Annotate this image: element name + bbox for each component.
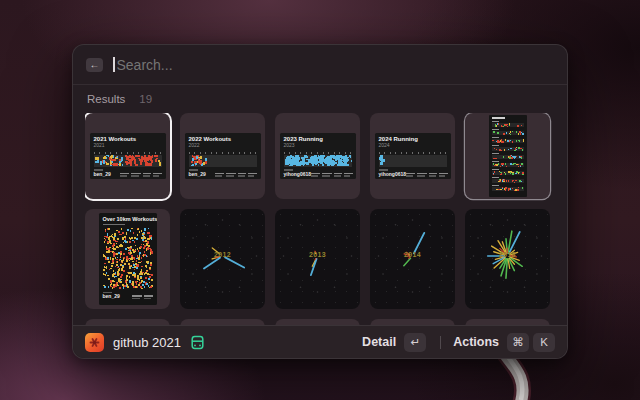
heatmap-dot bbox=[119, 287, 121, 288]
heatmap-dot bbox=[113, 262, 114, 264]
heatmap-dot bbox=[104, 263, 106, 264]
heatmap-dot bbox=[120, 253, 122, 255]
result-card-2018[interactable]: 2018 bbox=[465, 209, 550, 309]
heatmap-dot bbox=[134, 237, 136, 240]
heatmap-dot bbox=[141, 281, 142, 283]
actions-label[interactable]: Actions bbox=[453, 335, 499, 349]
heatmap-dot bbox=[145, 277, 147, 279]
results-grid: 2021 Workouts 2021 ben_29 2022 Workouts … bbox=[85, 113, 555, 326]
heatmap-dot bbox=[296, 155, 298, 157]
heatmap-dot bbox=[145, 240, 147, 242]
heatmap-dot bbox=[131, 255, 132, 257]
heatmap-dot bbox=[145, 237, 147, 238]
heatmap-dot bbox=[517, 125, 519, 127]
results-row-1: 2021 Workouts 2021 ben_29 2022 Workouts … bbox=[85, 113, 550, 199]
heatmap-dot bbox=[125, 161, 127, 162]
heatmap-dot bbox=[132, 155, 134, 157]
heatmap-dot bbox=[113, 159, 115, 161]
result-card-2022-workouts[interactable]: 2022 Workouts 2022 ben_29 bbox=[180, 113, 265, 199]
heatmap-dot bbox=[103, 254, 104, 255]
heatmap-dot bbox=[149, 276, 151, 278]
enter-key-badge: ↵ bbox=[404, 333, 426, 352]
heatmap-dot bbox=[141, 266, 142, 267]
thumb-heatmap bbox=[284, 155, 352, 167]
heatmap-dot bbox=[129, 248, 131, 250]
heatmap-dot bbox=[496, 164, 497, 166]
radial-year-chart: 2014 bbox=[370, 209, 455, 309]
heatmap-dot bbox=[502, 180, 504, 182]
heatmap-dot bbox=[130, 230, 131, 232]
heatmap-dot bbox=[111, 265, 113, 267]
heatmap-dot bbox=[111, 164, 113, 166]
result-card-2013[interactable]: 2013 bbox=[275, 209, 360, 309]
thumb-subtitle: 2022 bbox=[189, 143, 257, 148]
heatmap-dot bbox=[133, 251, 135, 253]
heatmap-dot bbox=[192, 164, 194, 166]
heatmap-dot bbox=[516, 131, 517, 133]
heatmap-dot bbox=[510, 134, 511, 135]
heatmap-dot bbox=[148, 228, 150, 229]
search-input[interactable] bbox=[117, 57, 555, 73]
heatmap-dot bbox=[107, 275, 109, 276]
heatmap-dot bbox=[321, 155, 323, 158]
heatmap-dot bbox=[116, 259, 118, 260]
heatmap-dot bbox=[501, 150, 502, 151]
heatmap-dot bbox=[124, 285, 126, 287]
heatmap-dot bbox=[497, 123, 498, 125]
thumb-month-axis bbox=[189, 152, 257, 154]
heatmap-dot bbox=[126, 282, 128, 284]
heatmap-dot bbox=[198, 160, 200, 163]
heatmap-dot bbox=[127, 258, 129, 260]
heatmap-dot bbox=[118, 280, 120, 282]
detail-label[interactable]: Detail bbox=[362, 335, 396, 349]
heatmap-dot bbox=[297, 159, 298, 162]
heatmap-dot bbox=[508, 149, 509, 150]
result-card-2014[interactable]: 2014 bbox=[370, 209, 455, 309]
heatmap-dot bbox=[151, 160, 152, 162]
heatmap-dot bbox=[116, 246, 118, 248]
heatmap-dot bbox=[119, 234, 121, 235]
heatmap-dot bbox=[500, 166, 501, 167]
heatmap-dot bbox=[205, 161, 207, 164]
thumb-stats bbox=[406, 173, 448, 177]
heatmap-dot bbox=[520, 165, 521, 167]
heatmap-dot bbox=[347, 164, 349, 166]
heatmap-dot bbox=[110, 268, 112, 269]
heatmap-dot bbox=[103, 160, 105, 162]
heatmap-dot bbox=[116, 243, 117, 245]
heatmap-dot bbox=[123, 270, 125, 271]
thumb-footer: ben_29 bbox=[189, 169, 257, 177]
result-card-over-10km-workouts[interactable]: Over 10km Workouts ben_29 bbox=[85, 209, 170, 309]
heatmap-dot bbox=[514, 163, 516, 164]
result-card-2012[interactable]: 2012 bbox=[180, 209, 265, 309]
back-button[interactable]: ← bbox=[86, 58, 103, 72]
result-card-2023-running[interactable]: 2023 Running 2023 yihong0618 bbox=[275, 113, 360, 199]
heatmap-dot bbox=[108, 248, 110, 249]
heatmap-dot bbox=[519, 180, 521, 182]
heatmap-dot bbox=[132, 283, 134, 285]
selected-item-title: github 2021 bbox=[113, 335, 181, 350]
heatmap-dot bbox=[338, 161, 341, 164]
heatmap-dot bbox=[144, 273, 146, 275]
heatmap-dot bbox=[505, 173, 506, 174]
heatmap-dot bbox=[117, 285, 118, 286]
heatmap-dot bbox=[120, 244, 122, 246]
heatmap-dot bbox=[141, 288, 143, 290]
heatmap-dot bbox=[113, 243, 115, 245]
actions-key-badges: ⌘ K bbox=[507, 333, 555, 352]
result-card-2021-workouts[interactable]: 2021 Workouts 2021 ben_29 bbox=[85, 113, 170, 199]
heatmap-dot bbox=[107, 233, 108, 235]
heatmap-dot bbox=[380, 162, 382, 165]
cmd-key-badge: ⌘ bbox=[507, 333, 529, 352]
heatmap-dot bbox=[504, 149, 505, 151]
heatmap-dot bbox=[106, 272, 107, 273]
heatmap-dot bbox=[512, 188, 513, 189]
result-card-2024-running[interactable]: 2024 Running 2024 yihong0618 bbox=[370, 113, 455, 199]
heatmap-dot bbox=[136, 258, 138, 259]
heatmap-dot bbox=[516, 149, 517, 150]
heatmap-dot bbox=[502, 142, 504, 143]
heatmap-dot bbox=[95, 157, 97, 160]
heatmap-dot bbox=[141, 257, 142, 259]
heatmap-dot bbox=[143, 281, 145, 283]
result-card-poster[interactable] bbox=[465, 113, 550, 199]
